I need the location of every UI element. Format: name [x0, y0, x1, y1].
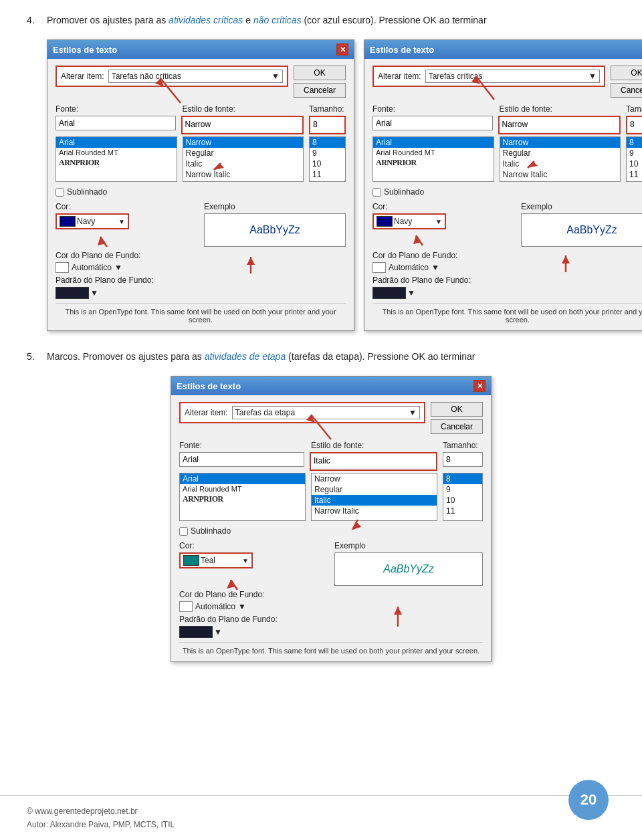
- sublinhado-cb-e[interactable]: [179, 527, 188, 536]
- tamanho-item-8-c[interactable]: 8: [627, 137, 642, 148]
- tamanho-item-8-nc[interactable]: 8: [310, 137, 345, 148]
- page-number-circle: 20: [568, 780, 609, 820]
- dialog-nao-criticas-close[interactable]: ✕: [336, 43, 348, 56]
- estilo-item-regular-c[interactable]: Regular: [500, 148, 621, 159]
- tamanho-input-e[interactable]: [443, 452, 483, 467]
- sublinhado-row-e: Sublinhado: [179, 526, 483, 536]
- exemplo-label-nc: Exemplo: [204, 202, 346, 211]
- tamanho-input-nc[interactable]: [310, 117, 344, 132]
- fonte-input-e[interactable]: [179, 452, 304, 467]
- sublinhado-label-nc: Sublinhado: [67, 187, 107, 197]
- estilo-item-italic-e[interactable]: Italic: [312, 495, 437, 506]
- font-item-arial-c[interactable]: Arial: [373, 137, 494, 148]
- fonte-input-c[interactable]: [372, 116, 493, 130]
- fonte-label-nc: Fonte:: [56, 104, 78, 114]
- alterar-value-nc: Tarefas não críticas: [112, 72, 181, 81]
- cor-swatch-e: [183, 555, 199, 566]
- estilo-label-c: Estilo de fonte:: [500, 104, 552, 114]
- cor-dropdown-e[interactable]: Teal ▼: [179, 552, 253, 568]
- dialog-etapa-container: Estilos de texto ✕ Alterar item: Tarefas…: [47, 376, 615, 662]
- tamanho-label-nc: Tamanho:: [309, 104, 344, 114]
- step-4-header: 4. Promover os ajustes para as atividade…: [27, 13, 615, 27]
- padrao-dropdown-c[interactable]: ▼: [372, 287, 642, 299]
- font-item-arnprior-c[interactable]: ARNPRIOR: [373, 157, 494, 169]
- dialog-criticas-box: Estilos de texto ✕ Alterar item: Tarefas…: [364, 39, 642, 331]
- cor-swatch-c: [377, 216, 393, 227]
- cancel-button-c[interactable]: Cancelar: [611, 83, 642, 98]
- font-item-arial-e[interactable]: Arial: [180, 474, 305, 484]
- tamanho-input-c[interactable]: [627, 117, 642, 132]
- estilo-item-regular-nc[interactable]: Regular: [183, 148, 304, 159]
- step-5-header: 5. Marcos. Promover os ajustes para as a…: [27, 350, 615, 364]
- tamanho-item-10-c[interactable]: 10: [627, 159, 642, 169]
- dialog-nao-criticas-body: Alterar item: Tarefas não críticas ▼ OK …: [47, 59, 354, 330]
- tamanho-item-10-nc[interactable]: 10: [310, 159, 345, 169]
- estilo-item-narrow-e[interactable]: Narrow: [312, 474, 437, 484]
- sublinhado-cb-nc[interactable]: [56, 188, 64, 197]
- cancel-button-e[interactable]: Cancelar: [431, 419, 483, 434]
- estilo-item-narrow-c[interactable]: Narrow: [500, 137, 621, 148]
- cor-dropdown-c[interactable]: Navy ▼: [372, 213, 446, 229]
- tamanho-item-10-e[interactable]: 10: [443, 495, 482, 506]
- link-atividades-etapa[interactable]: atividades de etapa: [205, 351, 286, 362]
- dialog-etapa-title: Estilos de texto: [177, 381, 241, 391]
- dialog-nao-criticas-box: Estilos de texto ✕ Alterar item: Tarefas…: [47, 39, 354, 331]
- link-nao-criticas[interactable]: não críticas: [253, 15, 302, 25]
- ok-button-c[interactable]: OK: [611, 66, 642, 80]
- font-item-arialrounded-e[interactable]: Arial Rounded MT: [180, 484, 305, 494]
- font-item-arialrounded-c[interactable]: Arial Rounded MT: [373, 148, 494, 157]
- estilo-input-nc[interactable]: [183, 117, 303, 132]
- cor-value-e: Teal: [201, 556, 241, 565]
- alterar-value-c: Tarefas críticas: [429, 72, 483, 81]
- sublinhado-cb-c[interactable]: [372, 188, 381, 197]
- fonte-input-nc[interactable]: [56, 116, 176, 130]
- sublinhado-label-e: Sublinhado: [191, 526, 231, 536]
- page-footer: © www.gerentedeprojeto.net.br Autor: Ale…: [0, 795, 642, 840]
- estilo-item-italic-c[interactable]: Italic: [500, 159, 621, 169]
- font-item-arnprior-e[interactable]: ARNPRIOR: [180, 494, 305, 505]
- font-item-arialrounded-nc[interactable]: Arial Rounded MT: [56, 148, 177, 157]
- dialog-etapa-close[interactable]: ✕: [473, 380, 486, 392]
- estilo-input-c[interactable]: [500, 117, 620, 132]
- padrao-label-e: Padrão do Plano de Fundo:: [179, 615, 483, 624]
- cor-dropdown-nc[interactable]: Navy ▼: [56, 213, 129, 229]
- estilo-item-italic-nc[interactable]: Italic: [183, 159, 304, 169]
- estilo-item-narrow-nc[interactable]: Narrow: [183, 137, 304, 148]
- tamanho-item-8-e[interactable]: 8: [443, 474, 482, 484]
- estilo-item-regular-e[interactable]: Regular: [312, 484, 437, 495]
- ok-button-nc[interactable]: OK: [294, 66, 346, 80]
- dialog-criticas-title: Estilos de texto: [370, 45, 434, 55]
- padrao-dropdown-e[interactable]: ▼: [179, 626, 483, 638]
- cor-value-c: Navy: [394, 217, 434, 226]
- cancel-button-nc[interactable]: Cancelar: [294, 83, 346, 98]
- exemplo-text-e: AaBbYyZz: [383, 563, 434, 575]
- dialog-nao-criticas-title: Estilos de texto: [53, 45, 117, 55]
- auto-swatch-e: [179, 601, 193, 612]
- sublinhado-row-c: Sublinhado: [372, 187, 642, 197]
- tamanho-label-e: Tamanho:: [443, 441, 478, 450]
- dialog-nao-criticas: Estilos de texto ✕ Alterar item: Tarefas…: [47, 39, 354, 331]
- font-item-arnprior-nc[interactable]: ARNPRIOR: [56, 157, 177, 169]
- tamanho-item-11-e[interactable]: 11: [443, 506, 482, 516]
- estilo-item-narrowitalic-c[interactable]: Narrow Italic: [500, 169, 621, 180]
- automatico-row-e: Automático ▼: [179, 601, 483, 612]
- estilo-input-e[interactable]: [311, 453, 436, 468]
- alterar-label-e: Alterar item:: [185, 408, 228, 417]
- tamanho-item-9-c[interactable]: 9: [627, 148, 642, 159]
- step-5-num: 5.: [27, 350, 47, 364]
- padrao-label-c: Padrão do Plano de Fundo:: [372, 276, 642, 285]
- exemplo-text-c: AaBbYyZz: [566, 224, 617, 236]
- font-item-arial-nc[interactable]: Arial: [56, 137, 177, 148]
- automatico-row-c: Automático ▼: [372, 262, 642, 273]
- estilo-item-narrowitalic-nc[interactable]: Narrow Italic: [183, 169, 304, 180]
- padrao-dropdown-nc[interactable]: ▼: [56, 287, 346, 299]
- tamanho-item-11-nc[interactable]: 11: [310, 169, 345, 180]
- cor-swatch-nc: [60, 216, 76, 227]
- link-atividades-criticas[interactable]: atividades críticas: [169, 15, 243, 25]
- alterar-label-nc: Alterar item:: [61, 72, 104, 81]
- tamanho-item-11-c[interactable]: 11: [627, 169, 642, 180]
- tamanho-item-9-e[interactable]: 9: [443, 484, 482, 495]
- estilo-item-narrowitalic-e[interactable]: Narrow Italic: [312, 506, 437, 516]
- ok-button-e[interactable]: OK: [431, 402, 483, 417]
- tamanho-item-9-nc[interactable]: 9: [310, 148, 345, 159]
